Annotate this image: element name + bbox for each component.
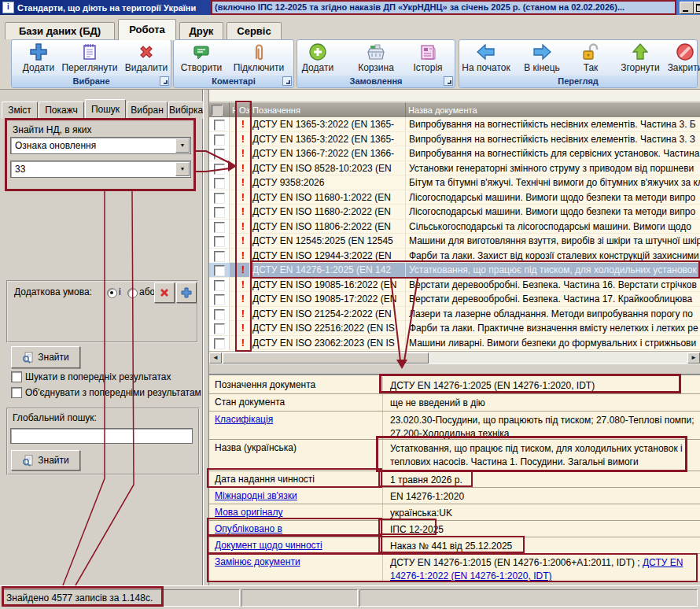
table-row[interactable]: ДСТУ EN 1365-3:2022 (EN 1365-Випробуванн…	[209, 117, 700, 132]
dialog-launcher-icon[interactable]	[444, 76, 453, 86]
table-row[interactable]: ДСТУ EN ISO 19085-17:2022 (ENВерстати де…	[209, 292, 700, 307]
sidebar-tab-contents[interactable]: Зміст	[2, 102, 38, 119]
table-row[interactable]: ДСТУ EN 1365-3:2022 (EN 1365-Випробуванн…	[209, 132, 700, 147]
chevron-down-icon[interactable]	[175, 138, 190, 153]
row-checkbox[interactable]	[214, 207, 225, 218]
status-section-3	[359, 589, 698, 607]
update-flag-icon	[241, 322, 245, 334]
condition-and-radio[interactable]	[107, 288, 117, 298]
search-field-combobox[interactable]: Ознака оновлення	[10, 137, 191, 154]
orders-add-button[interactable]: Додати	[285, 42, 351, 73]
scrollbar-thumb[interactable]	[223, 352, 429, 364]
table-top-strip	[209, 90, 700, 102]
condition-or-radio[interactable]	[127, 288, 138, 298]
published-in-link[interactable]: Опубліковано в	[215, 523, 282, 534]
row-checkbox[interactable]	[214, 251, 225, 262]
status-found-text: Знайдено 4577 записів за 1.148с.	[6, 592, 153, 603]
sidebar-tab-selected[interactable]: Вибран	[127, 102, 168, 119]
detail-row-validity-document: Документ щодо чинності Наказ № 441 від 2…	[209, 537, 700, 554]
chevron-down-icon[interactable]	[175, 162, 190, 176]
sidebar-tab-search[interactable]: Пошук	[85, 99, 126, 120]
maximize-button[interactable]	[694, 2, 700, 14]
table-row[interactable]: ДСТУ EN ISO 22516:2022 (EN ISФарби та ла…	[209, 321, 700, 336]
remove-condition-button[interactable]	[154, 282, 175, 303]
search-value-combobox[interactable]: 33	[10, 161, 191, 178]
header-checkbox-cell[interactable]	[209, 102, 230, 117]
update-flag-icon	[241, 308, 245, 319]
row-checkbox[interactable]	[214, 164, 225, 175]
global-find-button[interactable]: Знайти	[11, 450, 80, 471]
horizontal-splitter[interactable]	[209, 364, 700, 375]
ribbon-tab-work[interactable]: Робота	[118, 19, 176, 40]
replaces-documents-link[interactable]: Замінює документи	[215, 556, 300, 567]
row-checkbox[interactable]	[214, 149, 225, 160]
header-name-column[interactable]: Назва документа	[406, 102, 700, 117]
validity-document-link[interactable]: Документ щодо чинності	[215, 540, 322, 551]
row-checkbox[interactable]	[214, 236, 225, 247]
x-red-icon	[158, 286, 171, 299]
row-checkbox[interactable]	[214, 309, 225, 320]
dialog-launcher-icon[interactable]	[282, 76, 292, 86]
table-row[interactable]: ДСТУ EN ISO 12944-3:2022 (ENФарби та лак…	[209, 249, 700, 264]
row-checkbox[interactable]	[214, 178, 225, 189]
table-row[interactable]: ДСТУ EN ISO 11806-2:2022 (ENСільськогосп…	[209, 220, 700, 234]
minimize-button[interactable]	[680, 2, 694, 14]
condition-and-label: і	[119, 286, 121, 297]
no-entry-icon	[652, 42, 700, 62]
sidebar-tab-selection[interactable]: Вибірка	[168, 102, 204, 119]
table-horizontal-scrollbar[interactable]: ◄ ►	[209, 351, 700, 364]
orders-history-button[interactable]: Історія	[395, 42, 461, 73]
table-row-selected[interactable]: ДСТУ EN 14276-1:2025 (EN 142Устатковання…	[209, 263, 700, 278]
ribbon-tab-service[interactable]: Сервіс	[227, 22, 282, 39]
vertical-splitter[interactable]	[203, 90, 209, 585]
group-caption-view: Перегляд	[459, 76, 697, 87]
table-row[interactable]: ДСТУ 9358:2026Бітум та бітумні в'яжучі. …	[209, 175, 700, 190]
table-row[interactable]: ДСТУ EN ISO 21254-2:2022 (ENЛазери та ла…	[209, 307, 700, 322]
search-previous-checkbox[interactable]	[11, 371, 22, 382]
table-row[interactable]: ДСТУ EN ISO 8528-10:2023 (ENУстановки ге…	[209, 161, 700, 176]
table-row[interactable]: ДСТУ EN ISO 11680-1:2022 (ENЛісогосподар…	[209, 190, 700, 205]
table-row[interactable]: ДСТУ EN ISO 19085-16:2022 (ENВерстати де…	[209, 278, 700, 293]
detail-row-replaces: Замінює документи ДСТУ EN 14276-1:2015 (…	[209, 554, 700, 582]
view-close-button[interactable]: Закрити	[652, 42, 700, 73]
original-language-link[interactable]: Мова оригіналу	[215, 507, 282, 518]
row-checkbox[interactable]	[214, 280, 225, 291]
update-flag-icon	[241, 191, 245, 203]
classification-link[interactable]: Класифікація	[215, 414, 273, 425]
comments-attach-button[interactable]: Підключити	[226, 42, 292, 73]
paperclip-icon	[226, 42, 292, 62]
table-row[interactable]: ДСТУ EN ISO 11680-2:2022 (ENЛісогосподар…	[209, 205, 700, 220]
row-checkbox[interactable]	[214, 135, 225, 146]
table-row[interactable]: ДСТУ EN ISO 23062:2023 (EN ISМашини лива…	[209, 336, 700, 351]
row-checkbox[interactable]	[214, 294, 225, 305]
scroll-left-icon[interactable]: ◄	[209, 352, 222, 364]
header-n-column[interactable]: Н	[230, 102, 237, 117]
international-relations-link[interactable]: Міжнародні зв'язки	[215, 490, 297, 501]
add-condition-button[interactable]	[176, 282, 197, 303]
table-row[interactable]: ДСТУ EN 12545:2025 (EN 12545Машини для в…	[209, 234, 700, 249]
documents-table: Н Озн Позначення Назва документа ДСТУ EN…	[209, 102, 700, 351]
find-button[interactable]: Знайти	[11, 346, 80, 368]
header-checkbox[interactable]	[212, 105, 223, 116]
merge-previous-label: Об'єднувати з попередніми результатам	[25, 387, 201, 398]
sidebar-tab-index[interactable]: Покажч	[39, 102, 84, 119]
ribbon-tab-print[interactable]: Друк	[179, 22, 223, 39]
header-ozn-column[interactable]: Озн	[237, 102, 250, 117]
row-checkbox[interactable]	[214, 222, 225, 233]
global-search-input[interactable]	[10, 428, 193, 444]
row-checkbox[interactable]	[214, 120, 225, 131]
row-checkbox[interactable]	[214, 323, 225, 334]
row-checkbox[interactable]	[214, 265, 225, 276]
update-flag-icon	[241, 118, 245, 130]
merge-previous-checkbox[interactable]	[11, 387, 22, 398]
dialog-launcher-icon[interactable]	[160, 76, 169, 86]
scroll-right-icon[interactable]: ►	[687, 352, 700, 364]
update-flag-icon	[241, 147, 245, 159]
table-row[interactable]: ДСТУ EN 1366-7:2022 (EN 1366-Випробуванн…	[209, 146, 700, 161]
row-checkbox[interactable]	[214, 338, 225, 349]
comments-create-button[interactable]: Створити	[168, 42, 234, 73]
ribbon-tab-databases[interactable]: Бази даних (БД)	[5, 22, 115, 39]
row-checkbox[interactable]	[214, 193, 225, 204]
header-designation-column[interactable]: Позначення	[250, 102, 406, 117]
app-icon: і	[2, 2, 14, 13]
